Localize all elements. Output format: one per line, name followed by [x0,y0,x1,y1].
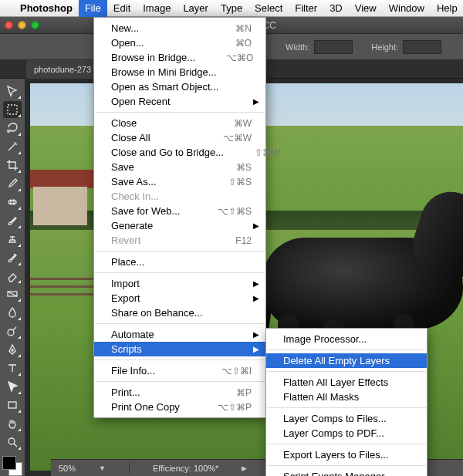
menu-separator [95,272,265,273]
file-menu-item-save-as[interactable]: Save As...⇧⌘S [94,174,265,189]
scripts-menu-item-layer-comps-to-files[interactable]: Layer Comps to Files... [266,411,427,426]
type-tool[interactable] [3,360,22,376]
svg-rect-0 [8,105,17,114]
file-menu-item-import[interactable]: Import▶ [94,276,265,291]
scripts-menu-item-script-events-manager[interactable]: Script Events Manager... [266,469,427,476]
scripts-menu-item-image-processor[interactable]: Image Processor... [266,332,427,346]
file-menu-item-open-as-smart-object[interactable]: Open as Smart Object... [94,79,265,94]
menu-item-shortcut: ⌘S [236,162,252,173]
file-menu-item-new[interactable]: New...⌘N [94,21,265,35]
scripts-menu-item-delete-all-empty-layers[interactable]: Delete All Empty Layers [266,353,427,368]
menubar-item-type[interactable]: Type [215,0,248,17]
spot-healing-tool[interactable] [3,194,22,211]
option-height-label: Height: [371,42,398,52]
menu-separator [267,349,426,350]
menubar-item-layer[interactable]: Layer [177,0,215,17]
move-tool[interactable] [3,83,22,100]
file-menu: New...⌘NOpen...⌘OBrowse in Bridge...⌥⌘OB… [93,17,266,418]
barn-graphic [30,170,90,225]
menu-item-label: Import [111,278,252,289]
menu-item-label: Save for Web... [111,205,218,217]
lasso-tool[interactable] [3,120,22,137]
scripts-menu-item-flatten-all-layer-effects[interactable]: Flatten All Layer Effects [266,375,427,390]
menu-item-label: Layer Comps to PDF... [283,427,415,439]
menubar-app-name[interactable]: Photoshop [14,0,79,17]
menubar-item-filter[interactable]: Filter [289,0,323,17]
option-width-field[interactable] [314,40,353,54]
mac-menubar: Photoshop FileEditImageLayerTypeSelectFi… [0,0,463,17]
blur-tool[interactable] [3,304,22,321]
tools-panel [0,79,25,476]
file-menu-item-automate[interactable]: Automate▶ [94,327,265,342]
brush-tool[interactable] [3,212,22,229]
menu-item-label: Print... [111,387,236,398]
file-menu-item-share-on-behance[interactable]: Share on Behance... [94,306,265,320]
clone-stamp-tool[interactable] [3,231,22,248]
scripts-menu-item-export-layers-to-files[interactable]: Export Layers to Files... [266,447,427,462]
menubar-item-edit[interactable]: Edit [107,0,137,17]
menu-item-shortcut: ⌘P [236,387,252,398]
chevron-down-icon[interactable]: ▼ [99,464,106,472]
path-selection-tool[interactable] [3,378,22,395]
chevron-right-icon: ▶ [253,294,259,302]
status-efficiency: Efficiency: 100%* [153,464,218,473]
menubar-item-image[interactable]: Image [137,0,177,17]
menu-item-shortcut: ⌘O [235,38,252,49]
foreground-background-swatch[interactable] [2,456,22,476]
window-minimize-button[interactable] [18,21,26,29]
file-menu-item-browse-in-mini-bridge[interactable]: Browse in Mini Bridge... [94,65,265,79]
option-width-label: Width: [286,42,309,52]
menu-item-label: Automate [111,329,252,340]
rectangle-tool[interactable] [3,397,22,414]
file-menu-item-close-all[interactable]: Close All⌥⌘W [94,130,265,145]
crop-tool[interactable] [3,157,22,174]
menu-item-label: Open as Smart Object... [111,81,252,93]
file-menu-item-browse-in-bridge[interactable]: Browse in Bridge...⌥⌘O [94,50,265,65]
document-tab-label: photodune-273 [34,65,91,74]
window-close-button[interactable] [5,21,13,29]
status-zoom[interactable]: 50% [59,464,76,473]
eraser-tool[interactable] [3,268,22,285]
menu-item-label: Revert [111,235,235,246]
file-menu-item-close[interactable]: Close⌘W [94,116,265,130]
menu-item-label: Share on Behance... [111,307,252,319]
menubar-item-window[interactable]: Window [383,0,431,17]
hand-tool[interactable] [3,415,22,432]
option-height-field[interactable] [403,40,441,54]
zoom-tool[interactable] [3,434,22,451]
rectangular-marquee-tool[interactable] [3,101,22,118]
file-menu-item-print[interactable]: Print...⌘P [94,385,265,400]
file-menu-item-open-recent[interactable]: Open Recent▶ [94,94,265,109]
file-menu-item-file-info[interactable]: File Info...⌥⇧⌘I [94,363,265,378]
file-menu-item-export[interactable]: Export▶ [94,291,265,306]
file-menu-item-scripts[interactable]: Scripts▶ [94,342,265,356]
dodge-tool[interactable] [3,322,22,339]
menubar-item-help[interactable]: Help [431,0,463,17]
menu-item-label: Layer Comps to Files... [283,413,417,424]
menu-item-shortcut: ⌥⌘O [226,52,253,63]
history-brush-tool[interactable] [3,249,22,266]
chevron-right-icon[interactable]: ▶ [242,464,247,472]
file-menu-item-place[interactable]: Place... [94,255,265,269]
file-menu-item-print-one-copy[interactable]: Print One Copy⌥⇧⌘P [94,400,265,414]
pen-tool[interactable] [3,341,22,358]
window-zoom-button[interactable] [31,21,39,29]
menu-item-label: Image Processor... [283,333,413,345]
file-menu-item-generate[interactable]: Generate▶ [94,218,265,233]
file-menu-item-open[interactable]: Open...⌘O [94,35,265,50]
menubar-item-select[interactable]: Select [248,0,289,17]
scripts-menu-item-layer-comps-to-pdf[interactable]: Layer Comps to PDF... [266,426,427,441]
gradient-tool[interactable] [3,285,22,302]
menu-item-label: New... [111,22,235,34]
magic-wand-tool[interactable] [3,138,22,155]
file-menu-item-save-for-web[interactable]: Save for Web...⌥⇧⌘S [94,204,265,218]
scripts-menu-item-flatten-all-masks[interactable]: Flatten All Masks [266,390,427,404]
file-menu-item-close-and-go-to-bridge[interactable]: Close and Go to Bridge...⇧⌘W [94,145,265,160]
menubar-item-file[interactable]: File [79,0,107,17]
file-menu-item-save[interactable]: Save⌘S [94,160,265,174]
menubar-item-3d[interactable]: 3D [323,0,349,17]
menubar-item-view[interactable]: View [349,0,383,17]
menu-item-label: Scripts [111,343,252,355]
menu-item-label: Browse in Bridge... [111,52,226,63]
eyedropper-tool[interactable] [3,175,22,192]
